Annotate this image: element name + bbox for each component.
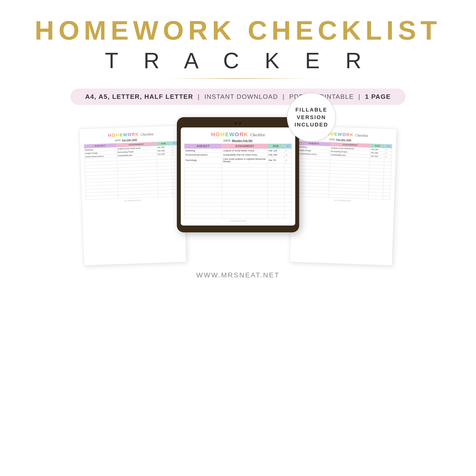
left-table: SUBJECT ASSIGNMENT DUE ✓ MarketingAnalys… — [84, 141, 180, 200]
table-row — [185, 187, 292, 191]
fillable-badge: FILLABLEVERSIONINCLUDED — [287, 93, 336, 142]
camera-dot-2 — [239, 122, 241, 124]
table-row — [185, 195, 292, 199]
right-hw-checklist: Checklist — [355, 134, 368, 138]
gold-divider — [165, 78, 311, 79]
table-row — [185, 203, 292, 207]
center-table: SUBJECT ASSIGNMENT DUE ✓ MarketingAnalys… — [184, 144, 292, 219]
table-row — [185, 183, 292, 187]
table-row — [185, 168, 292, 171]
table-row — [185, 171, 292, 175]
camera-dot-1 — [235, 122, 237, 124]
table-row: PsychologyCase Study analysis in cogniti… — [185, 157, 292, 164]
left-hw-checklist: Checklist — [141, 132, 153, 136]
table-row — [185, 164, 292, 168]
format-text: A4, A5, LETTER, HALF LETTER — [85, 93, 193, 100]
sub-title: T R A C K E R — [0, 48, 476, 73]
center-footer: BY MRSNEAT.NET — [184, 220, 292, 222]
table-row — [185, 179, 292, 183]
table-row — [185, 215, 292, 219]
right-paper-preview: HOMEWORK Checklist DATE: Feb 12th, 2025 … — [289, 125, 397, 266]
table-row: Environmental scienceSustainability Plan… — [185, 153, 292, 157]
table-row — [185, 199, 292, 203]
title-section: HOMEWORK CHECKLIST T R A C K E R A4, A5,… — [0, 0, 476, 110]
format-badge: A4, A5, LETTER, HALF LETTER | INSTANT DO… — [70, 88, 405, 105]
previews-container: HOMEWORK Checklist DATE: Feb 12th, 2025 … — [0, 117, 476, 264]
website-url: WWW.MRSNEAT.NET — [0, 271, 476, 279]
center-hw-title: HOMEWORK — [211, 131, 250, 137]
center-hw-checklist: Checklist — [250, 133, 265, 137]
left-paper-preview: HOMEWORK Checklist DATE: Feb 12th, 2025 … — [79, 125, 187, 266]
center-date: DATE: Monday Feb 5th — [184, 139, 292, 142]
tablet-screen: HOMEWORK Checklist DATE: Monday Feb 5th … — [181, 127, 295, 225]
table-row — [185, 175, 292, 179]
right-table: SUBJECT ASSIGNMENT DUE ✓ MarketingAnalys… — [296, 141, 392, 200]
table-row — [185, 207, 292, 211]
main-title: HOMEWORK CHECKLIST — [0, 15, 476, 46]
fillable-text: FILLABLEVERSIONINCLUDED — [294, 106, 328, 129]
tablet-camera — [181, 122, 295, 124]
table-row — [185, 191, 292, 195]
table-row — [185, 211, 292, 215]
center-tablet-preview: HOMEWORK Checklist DATE: Monday Feb 5th … — [177, 117, 299, 232]
left-hw-title: HOMEWORK — [108, 132, 141, 138]
table-row: MarketingAnalysis of Social Media Trends… — [185, 149, 292, 153]
